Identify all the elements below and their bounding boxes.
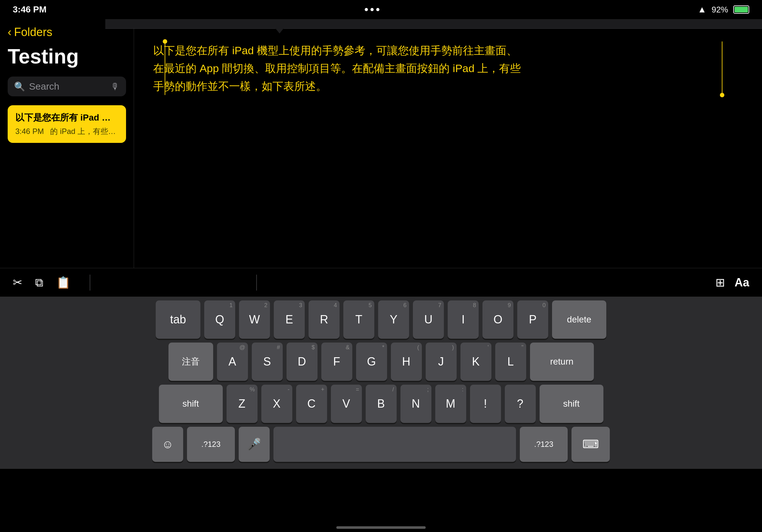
key-exclaim[interactable]: ! <box>470 385 501 423</box>
status-bar: 3:46 PM ▲ 92% <box>0 0 762 19</box>
key-g[interactable]: *G <box>356 343 387 381</box>
note-card-preview: 3:46 PM 的 iPad 上，有些手勢的動... <box>15 126 118 137</box>
key-x[interactable]: -X <box>261 385 292 423</box>
home-indicator <box>336 526 426 529</box>
key-a[interactable]: @A <box>217 343 248 381</box>
key-delete[interactable]: delete <box>552 300 606 339</box>
key-shift-left[interactable]: shift <box>159 385 223 423</box>
toolbar-divider1 <box>90 275 90 291</box>
toolbar-copy-icon[interactable]: ⧉ <box>35 276 43 289</box>
wifi-icon: ▲ <box>698 4 707 15</box>
key-row-4: ☺ .?123 🎤 .?123 ⌨ <box>4 427 758 462</box>
key-d[interactable]: $D <box>286 343 318 381</box>
key-u[interactable]: 7U <box>413 300 444 339</box>
key-q[interactable]: 1Q <box>204 300 235 339</box>
note-card[interactable]: 以下是您在所有 iPad 機型上使用... 3:46 PM 的 iPad 上，有… <box>8 105 126 143</box>
toolbar-format[interactable]: Aa <box>734 276 749 289</box>
note-line1: 以下是您在所有 iPad 機型上使用的手勢參考，可讓您使用手勢前往主畫面、 <box>153 44 517 56</box>
key-m[interactable]: :M <box>435 385 466 423</box>
key-o[interactable]: 9O <box>483 300 513 339</box>
keyboard-area: ✂ ⧉ 📋 ⊞ Aa tab 1Q 2W 3E 4R 5T 6Y 7U 8I 9… <box>0 268 762 532</box>
key-row-2: 注音 @A #S $D &F *G (H )J 'K "L return <box>4 343 758 381</box>
key-return[interactable]: return <box>530 343 594 381</box>
key-emoji[interactable]: ☺ <box>152 427 183 462</box>
search-bar[interactable]: 🔍 Search 🎙 <box>8 77 126 96</box>
selection-line-bottom <box>722 41 723 95</box>
key-n[interactable]: ;N <box>401 385 431 423</box>
note-line3: 手勢的動作並不一樣，如下表所述。 <box>153 80 327 92</box>
key-z[interactable]: %Z <box>227 385 258 423</box>
key-zhuyin[interactable]: 注音 <box>169 343 213 381</box>
key-shift-right[interactable]: shift <box>540 385 603 423</box>
sidebar-title: Testing <box>8 45 126 68</box>
status-time: 3:46 PM <box>13 4 46 15</box>
key-s[interactable]: #S <box>252 343 283 381</box>
toolbar-right: ⊞ Aa <box>716 276 749 289</box>
mic-icon[interactable]: 🎙 <box>111 81 120 92</box>
toolbar-paste-icon[interactable]: 📋 <box>56 276 70 289</box>
key-row-1: tab 1Q 2W 3E 4R 5T 6Y 7U 8I 9O 0P delete <box>4 300 758 339</box>
battery-fill <box>734 7 748 13</box>
toolbar-cut-icon[interactable]: ✂ <box>13 276 22 289</box>
dot3 <box>376 8 379 11</box>
key-space[interactable] <box>273 427 516 462</box>
key-j[interactable]: )J <box>426 343 457 381</box>
toolbar-divider2 <box>256 275 257 291</box>
sidebar: ‹ Folders Testing 🔍 Search 🎙 以下是您在所有 iPa… <box>0 19 134 268</box>
key-mic[interactable]: 🎤 <box>239 427 269 462</box>
key-p[interactable]: 0P <box>517 300 548 339</box>
status-center <box>365 8 379 11</box>
status-right: ▲ 92% <box>698 4 749 15</box>
key-b[interactable]: /B <box>366 385 397 423</box>
key-l[interactable]: "L <box>495 343 526 381</box>
battery-percentage: 92% <box>712 5 728 15</box>
chevron-left-icon: ‹ <box>8 26 12 39</box>
dot1 <box>365 8 368 11</box>
note-card-title: 以下是您在所有 iPad 機型上使用... <box>15 112 118 124</box>
battery-icon <box>733 5 749 14</box>
key-w[interactable]: 2W <box>239 300 270 339</box>
key-hide-keyboard[interactable]: ⌨ <box>572 427 610 462</box>
key-h[interactable]: (H <box>391 343 422 381</box>
key-t[interactable]: 5T <box>343 300 374 339</box>
key-row-3: shift %Z -X +C =V /B ;N :M ! ? shift <box>4 385 758 423</box>
key-v[interactable]: =V <box>331 385 362 423</box>
key-i[interactable]: 8I <box>448 300 479 339</box>
key-y[interactable]: 6Y <box>378 300 409 339</box>
key-num-left[interactable]: .?123 <box>187 427 235 462</box>
keyboard: tab 1Q 2W 3E 4R 5T 6Y 7U 8I 9O 0P delete… <box>0 297 762 469</box>
key-question[interactable]: ? <box>505 385 536 423</box>
key-num-right[interactable]: .?123 <box>520 427 568 462</box>
main-content[interactable]: 以下是您在所有 iPad 機型上使用的手勢參考，可讓您使用手勢前往主畫面、 在最… <box>134 29 762 268</box>
search-icon: 🔍 <box>14 81 25 92</box>
dot2 <box>370 8 374 11</box>
key-k[interactable]: 'K <box>460 343 492 381</box>
key-e[interactable]: 3E <box>274 300 305 339</box>
key-r[interactable]: 4R <box>309 300 340 339</box>
note-text[interactable]: 以下是您在所有 iPad 機型上使用的手勢參考，可讓您使用手勢前往主畫面、 在最… <box>153 41 727 95</box>
keyboard-toolbar: ✂ ⧉ 📋 ⊞ Aa <box>0 268 762 297</box>
key-c[interactable]: +C <box>296 385 327 423</box>
note-line2: 在最近的 App 間切換、取用控制項目等。在配備主畫面按鈕的 iPad 上，有些 <box>153 62 521 74</box>
key-f[interactable]: &F <box>321 343 352 381</box>
menu-arrow <box>274 27 285 33</box>
key-tab[interactable]: tab <box>156 300 200 339</box>
selection-line-top <box>165 41 165 95</box>
folders-label: Folders <box>14 26 52 39</box>
search-placeholder: Search <box>29 81 59 92</box>
toolbar-table-icon[interactable]: ⊞ <box>716 276 725 289</box>
